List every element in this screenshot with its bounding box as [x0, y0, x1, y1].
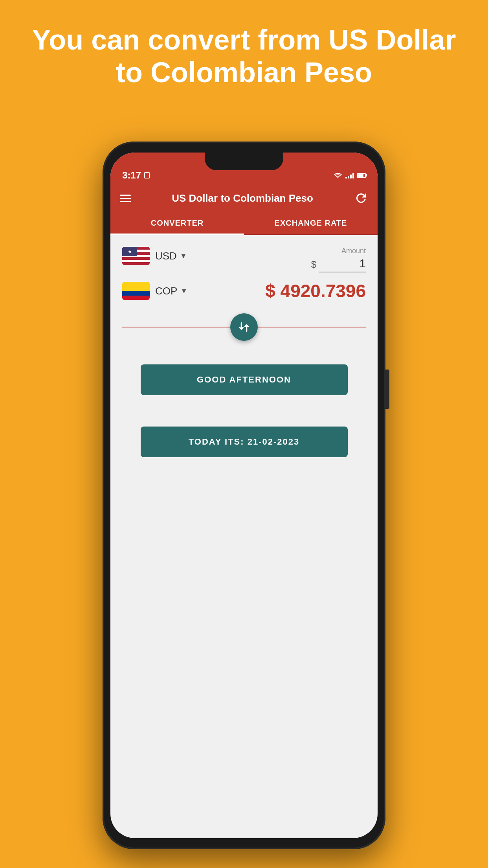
divider-section — [122, 313, 366, 341]
refresh-icon[interactable] — [354, 191, 368, 205]
amount-input-row: $ — [311, 257, 366, 272]
usd-section: USD ▼ Amount $ — [122, 247, 366, 272]
wifi-icon — [334, 172, 342, 178]
to-currency-dropdown[interactable]: ▼ — [180, 287, 187, 295]
menu-icon[interactable] — [120, 195, 131, 202]
status-bar: 3:17 — [110, 153, 378, 184]
amount-input[interactable] — [319, 257, 366, 272]
from-currency-code: USD — [155, 250, 177, 262]
notch — [205, 153, 283, 170]
tab-converter[interactable]: CONVERTER — [110, 212, 244, 234]
status-icons — [334, 172, 366, 178]
app-bar: US Dollar to Colombian Peso — [110, 184, 378, 212]
time-display: 3:17 — [122, 170, 141, 181]
usd-flag — [122, 247, 150, 265]
cop-section: COP ▼ $ 4920.7396 — [122, 280, 366, 302]
amount-label: Amount — [311, 247, 366, 255]
converter-content: USD ▼ Amount $ — [110, 235, 378, 469]
sim-icon — [144, 172, 150, 178]
amount-section: Amount $ — [311, 247, 366, 272]
signal-icon — [345, 172, 354, 178]
conversion-result: $ 4920.7396 — [265, 280, 366, 302]
greeting-button[interactable]: GOOD AFTERNOON — [141, 364, 348, 395]
tab-exchange-rate[interactable]: EXCHANGE RATE — [244, 212, 378, 234]
status-time: 3:17 — [122, 170, 150, 181]
battery-icon — [357, 173, 366, 178]
from-currency-dropdown[interactable]: ▼ — [180, 252, 187, 260]
swap-button[interactable] — [230, 313, 258, 341]
cop-flag — [122, 282, 150, 300]
from-currency-selector[interactable]: USD ▼ — [122, 247, 187, 265]
swap-arrows-icon — [238, 321, 250, 333]
date-button[interactable]: TODAY ITS: 21-02-2023 — [141, 427, 348, 457]
headline-text: You can convert from US Dollar to Colomb… — [0, 0, 488, 105]
to-currency-selector[interactable]: COP ▼ — [122, 282, 187, 300]
from-currency-symbol: $ — [311, 259, 316, 270]
usd-canton — [122, 247, 137, 256]
to-currency-code: COP — [155, 285, 177, 297]
tabs: CONVERTER EXCHANGE RATE — [110, 212, 378, 235]
side-button — [385, 370, 389, 409]
phone-screen: 3:17 — [110, 153, 378, 838]
app-bar-title: US Dollar to Colombian Peso — [131, 192, 354, 204]
